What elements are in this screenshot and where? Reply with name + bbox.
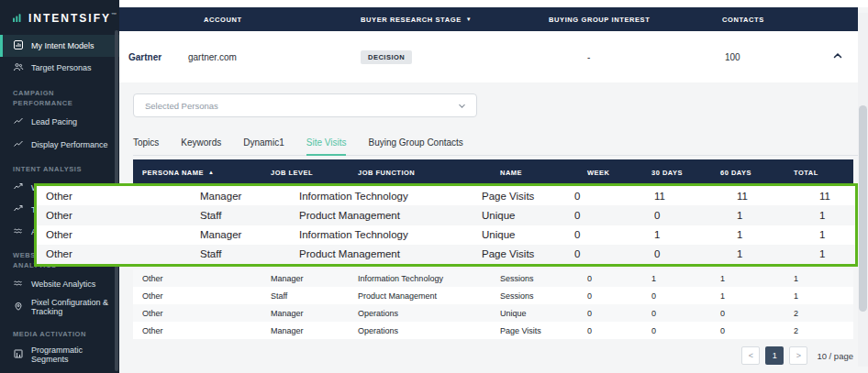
cell-persona: Other — [133, 274, 262, 283]
cell-persona: Other — [37, 191, 191, 202]
cell-job-function: Information Technology — [290, 191, 473, 202]
cell-total: 2 — [785, 326, 853, 335]
column-header-persona-name[interactable]: PERSONA NAME ▲ — [133, 169, 262, 177]
chevron-down-icon — [447, 101, 476, 111]
tab-dynamic1[interactable]: Dynamic1 — [243, 137, 284, 155]
main-scrollbar-track[interactable] — [858, 13, 868, 367]
sidebar-item-my-intent-models[interactable]: My Intent Models — [0, 35, 119, 57]
cell-30-days: 0 — [645, 248, 728, 259]
selected-personas-dropdown[interactable]: Selected Personas — [133, 93, 477, 117]
cell-persona: Other — [37, 210, 191, 221]
table-row: Other Manager Information Technology Ses… — [133, 269, 853, 287]
column-header-label: BUYER RESEARCH STAGE — [361, 16, 462, 24]
cell-week: 0 — [578, 326, 642, 335]
cell-job-function: Information Technology — [290, 229, 473, 240]
cell-week: 0 — [565, 229, 645, 240]
sidebar-item-pixel-configuration[interactable]: Pixel Configuration & Tracking — [0, 294, 119, 321]
cell-job-level: Manager — [262, 309, 349, 318]
column-header-buying-group-interest: BUYING GROUP INTEREST — [541, 16, 711, 24]
cell-week: 0 — [578, 291, 642, 301]
sidebar-item-label: My Intent Models — [31, 41, 95, 50]
cell-30-days: 0 — [642, 326, 711, 335]
column-header-job-level: JOB LEVEL — [262, 169, 349, 177]
sidebar-item-lead-pacing[interactable]: Lead Pacing — [0, 111, 119, 133]
top-spacer — [119, 0, 868, 7]
segments-icon — [13, 348, 24, 361]
cell-job-function: Product Management — [290, 248, 473, 259]
highlight-overlay-box: Other Manager Information Technology Pag… — [34, 183, 858, 267]
waves-icon — [13, 278, 24, 291]
cell-name: Unique — [473, 210, 565, 221]
sidebar-item-label: Target Personas — [31, 63, 92, 72]
cell-job-level: Manager — [262, 274, 349, 283]
intentsify-logo[interactable]: INTENTSIFY™ — [0, 0, 119, 35]
account-row-gartner: Gartner gartner.com DECISION - 100 — [119, 31, 858, 82]
cell-30-days: 0 — [645, 210, 728, 221]
cell-total: 1 — [810, 229, 855, 240]
cell-30-days: 1 — [642, 274, 711, 283]
cell-60-days: 11 — [728, 191, 810, 202]
intent-models-icon — [13, 39, 24, 52]
column-header-contacts: CONTACTS — [711, 16, 817, 24]
dropdown-placeholder: Selected Personas — [134, 101, 218, 111]
account-table-header: ACCOUNT BUYER RESEARCH STAGE ▼ BUYING GR… — [119, 7, 858, 31]
column-header-buyer-research-stage[interactable]: BUYER RESEARCH STAGE ▼ — [349, 16, 541, 24]
cell-30-days: 1 — [645, 229, 728, 240]
cell-60-days: 1 — [711, 291, 785, 301]
cell-60-days: 1 — [728, 229, 810, 240]
site-visits-table-header: PERSONA NAME ▲ JOB LEVEL JOB FUNCTION NA… — [133, 159, 853, 185]
cell-30-days: 11 — [645, 191, 728, 202]
overlay-table-row: Other Staff Product Management Unique 0 … — [37, 205, 855, 225]
personas-icon — [13, 61, 24, 74]
sidebar-item-target-personas[interactable]: Target Personas — [0, 57, 119, 79]
table-row: Other Staff Product Management Sessions … — [133, 287, 853, 304]
sort-asc-icon: ▲ — [208, 170, 214, 175]
tab-topics[interactable]: Topics — [133, 137, 159, 155]
cell-job-function: Operations — [349, 326, 491, 335]
pagination-page-1[interactable]: 1 — [765, 346, 784, 365]
sidebar-item-display-performance[interactable]: Display Performance — [0, 134, 119, 156]
trend-icon — [13, 181, 24, 194]
column-header-account: ACCOUNT — [119, 16, 349, 24]
cell-job-level: Staff — [191, 210, 290, 221]
pagination-prev-button[interactable]: < — [741, 346, 760, 365]
logo-bars-icon — [12, 10, 24, 27]
cell-30-days: 0 — [642, 309, 711, 318]
cell-job-function: Operations — [349, 309, 491, 318]
sidebar-item-label: Website Analytics — [31, 280, 95, 289]
tab-site-visits[interactable]: Site Visits — [306, 137, 347, 156]
tab-keywords[interactable]: Keywords — [181, 137, 221, 155]
cell-name: Unique — [473, 229, 565, 240]
contacts-value: 100 — [711, 52, 817, 62]
cell-week: 0 — [565, 248, 645, 259]
main-scrollbar-thumb[interactable] — [859, 105, 867, 312]
tab-buying-group-contacts[interactable]: Buying Group Contacts — [368, 137, 462, 155]
pagination-next-button[interactable]: > — [789, 346, 807, 365]
overlay-table-row: Other Manager Information Technology Pag… — [37, 186, 855, 205]
sidebar-item-website-analytics[interactable]: Website Analytics — [0, 274, 119, 294]
column-header-label: PERSONA NAME — [142, 169, 204, 177]
trend-icon — [13, 203, 24, 216]
cell-name: Sessions — [491, 291, 578, 301]
cell-job-function: Information Technology — [349, 274, 491, 283]
cell-total: 1 — [810, 248, 855, 259]
detail-tabs: Topics Keywords Dynamic1 Site Visits Buy… — [133, 137, 858, 156]
collapse-row-button[interactable] — [817, 49, 858, 64]
sort-desc-icon: ▼ — [466, 16, 473, 22]
cell-persona: Other — [37, 229, 191, 240]
cell-persona: Other — [133, 291, 262, 301]
cell-total: 1 — [785, 291, 853, 301]
column-header-total: TOTAL — [785, 169, 853, 177]
account-name-link[interactable]: Gartner — [119, 52, 188, 62]
overlay-table-row: Other Manager Information Technology Uni… — [37, 225, 855, 245]
cell-persona: Other — [133, 309, 262, 318]
sidebar-item-impression-forecasting[interactable]: Impression Forecasting — [0, 368, 119, 373]
overlay-table-row: Other Staff Product Management Page Visi… — [37, 245, 855, 264]
table-row: Other Manager Operations Page Visits 0 0… — [133, 322, 853, 339]
cell-job-function: Product Management — [290, 210, 473, 221]
sidebar-item-programmatic-segments[interactable]: Programmatic Segments — [0, 342, 119, 368]
cell-total: 2 — [785, 309, 853, 318]
cell-name: Unique — [491, 309, 578, 318]
cell-job-level: Staff — [262, 291, 349, 301]
chevron-up-icon — [831, 49, 844, 64]
